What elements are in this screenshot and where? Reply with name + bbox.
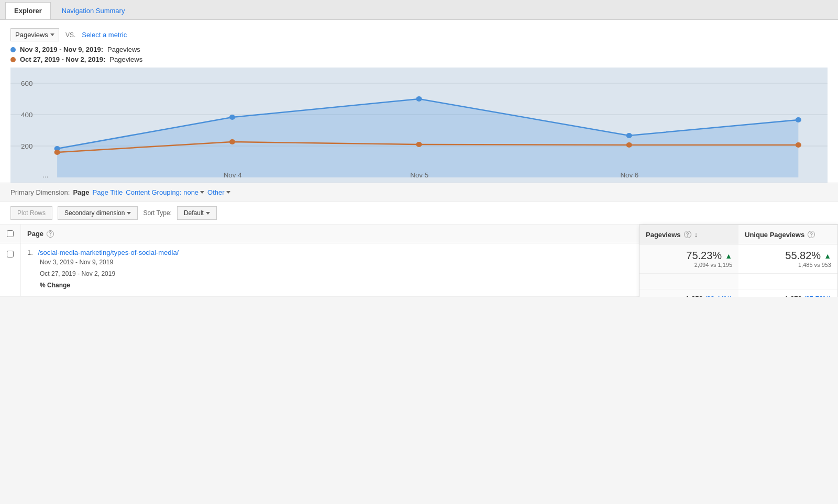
overlay-unique-pageviews-summary: 55.82% ▲ 1,485 vs 953 <box>738 244 837 273</box>
unique-pageviews-help-icon[interactable]: ? <box>808 231 815 238</box>
svg-text:Nov 6: Nov 6 <box>620 172 638 179</box>
tab-explorer[interactable]: Explorer <box>5 2 51 19</box>
content-grouping-arrow <box>200 191 204 194</box>
sort-type-label: Sort Type: <box>143 209 171 217</box>
secondary-dimension-button[interactable]: Secondary dimension <box>58 206 138 220</box>
header-checkbox-cell <box>0 225 21 243</box>
other-arrow <box>226 191 230 194</box>
svg-point-7 <box>416 96 422 102</box>
metric-label: Pageviews <box>15 31 48 39</box>
unique-pageviews-sub: 1,485 vs 953 <box>745 262 831 268</box>
data-table: Page ? 1. /social-media-marketing/types-… <box>0 225 838 297</box>
svg-point-10 <box>54 150 60 155</box>
secondary-dimension-arrow <box>127 212 131 215</box>
svg-point-11 <box>229 139 235 144</box>
metric-selector-row: Pageviews VS. Select a metric <box>10 28 828 41</box>
metric-dropdown[interactable]: Pageviews <box>10 28 59 41</box>
chart-legend: Nov 3, 2019 - Nov 9, 2019: Pageviews Oct… <box>10 46 828 63</box>
chart-section: Pageviews VS. Select a metric Nov 3, 201… <box>0 20 838 183</box>
svg-text:Nov 4: Nov 4 <box>224 172 242 179</box>
metric-dropdown-arrow <box>50 33 54 36</box>
overlay-metrics-table: Pageviews ? ↓ Unique Pageviews ? 75.23% … <box>639 225 838 297</box>
primary-dimension-page-title[interactable]: Page Title <box>93 188 123 196</box>
overlay-header-row: Pageviews ? ↓ Unique Pageviews ? <box>639 225 837 244</box>
overlay-blank-col1 <box>639 274 738 289</box>
pageviews-up-arrow: ▲ <box>725 252 732 260</box>
primary-dimension-other[interactable]: Other <box>207 188 230 196</box>
legend-row-2: Oct 27, 2019 - Nov 2, 2019: Pageviews <box>10 55 828 63</box>
svg-point-8 <box>626 133 632 138</box>
page-help-icon[interactable]: ? <box>47 230 54 238</box>
primary-dimension-content-grouping[interactable]: Content Grouping: none <box>126 188 204 196</box>
pageviews-sub: 2,094 vs 1,195 <box>646 262 732 268</box>
legend-dot-1 <box>10 47 16 52</box>
primary-dimension-label: Primary Dimension: <box>10 188 70 196</box>
svg-text:200: 200 <box>21 143 32 150</box>
svg-point-12 <box>416 142 422 147</box>
pageviews-pct1: (88.44%) <box>704 295 732 297</box>
overlay-pageviews-row1: 1,852 (88.44%) <box>639 289 738 297</box>
overlay-unique-pageviews-header[interactable]: Unique Pageviews ? <box>738 225 837 244</box>
svg-point-13 <box>626 142 632 148</box>
legend-date-2: Oct 27, 2019 - Nov 2, 2019: <box>20 55 105 63</box>
overlay-data-row-1: 1,852 (88.44%) 1,273 (85.72%) <box>639 289 837 297</box>
primary-dimension-bar: Primary Dimension: Page Page Title Conte… <box>0 183 838 201</box>
tab-bar: Explorer Navigation Summary <box>0 0 838 20</box>
svg-text:...: ... <box>42 172 48 179</box>
sort-type-dropdown[interactable]: Default <box>177 206 217 220</box>
overlay-pageviews-header[interactable]: Pageviews ? ↓ <box>639 225 738 244</box>
svg-text:600: 600 <box>21 81 32 87</box>
tab-navigation-summary[interactable]: Navigation Summary <box>53 2 134 19</box>
overlay-summary-row: 75.23% ▲ 2,094 vs 1,195 55.82% ▲ 1,485 v… <box>639 244 837 274</box>
page-url-link[interactable]: /social-media-marketing/types-of-social-… <box>38 249 179 256</box>
legend-date-1: Nov 3, 2019 - Nov 9, 2019: <box>20 46 103 53</box>
row-number: 1. <box>27 249 33 256</box>
vs-label: VS. <box>65 31 75 39</box>
select-metric-link[interactable]: Select a metric <box>82 31 127 39</box>
primary-dimension-page[interactable]: Page <box>73 188 89 196</box>
unique-pageviews-pct: 55.82% ▲ <box>745 250 831 262</box>
overlay-unique-pageviews-row1: 1,273 (85.72%) <box>738 289 837 297</box>
svg-text:400: 400 <box>21 112 32 119</box>
svg-point-9 <box>796 117 801 122</box>
row-checkbox[interactable] <box>7 251 14 257</box>
unique-pageviews-val1: 1,273 <box>785 295 802 297</box>
pageviews-val1: 1,852 <box>686 295 703 297</box>
line-chart: 600 400 200 ... Nov 4 Nov 5 Nov 6 <box>10 68 828 183</box>
legend-dot-2 <box>10 57 16 62</box>
legend-metric-2: Pageviews <box>109 55 142 63</box>
legend-row-1: Nov 3, 2019 - Nov 9, 2019: Pageviews <box>10 46 828 53</box>
unique-pageviews-pct1: (85.72%) <box>803 295 831 297</box>
toolbar: Plot Rows Secondary dimension Sort Type:… <box>0 201 838 225</box>
sort-arrow-icon: ↓ <box>694 230 698 239</box>
row-checkbox-cell <box>0 243 21 296</box>
svg-point-6 <box>229 115 235 120</box>
select-all-checkbox[interactable] <box>7 230 14 237</box>
overlay-blank-col2 <box>738 274 837 289</box>
unique-pageviews-up-arrow: ▲ <box>824 252 831 260</box>
overlay-blank-row <box>639 274 837 289</box>
overlay-pageviews-summary: 75.23% ▲ 2,094 vs 1,195 <box>639 244 738 273</box>
sort-type-arrow <box>206 212 210 215</box>
svg-text:Nov 5: Nov 5 <box>410 172 428 179</box>
svg-point-14 <box>796 142 801 148</box>
pageviews-help-icon[interactable]: ? <box>684 231 691 238</box>
plot-rows-button[interactable]: Plot Rows <box>10 206 52 220</box>
legend-metric-1: Pageviews <box>107 46 140 53</box>
pageviews-pct: 75.23% ▲ <box>646 250 732 262</box>
